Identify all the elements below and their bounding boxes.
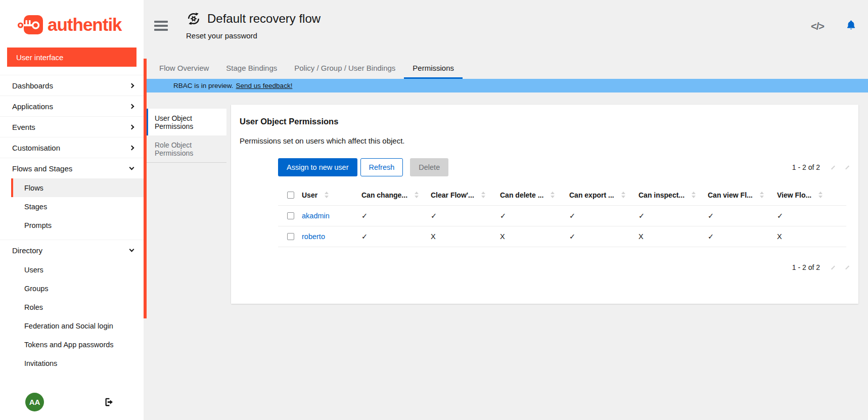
tab-stage-bindings[interactable]: Stage Bindings (217, 59, 286, 79)
page-subtitle: Reset your password (186, 31, 257, 40)
subtab-user-object-permissions[interactable]: User Object Permissions (147, 109, 226, 135)
feedback-link[interactable]: Send us feedback! (236, 82, 293, 89)
sidebar-item-label: Flows and Stages (12, 164, 72, 173)
subtab-role-object-permissions[interactable]: Role Object Permissions (147, 135, 226, 163)
column-header: Can delete ... (500, 191, 543, 199)
sidebar-item-flows-and-stages[interactable]: Flows and Stages (0, 158, 144, 178)
notifications-bell-icon[interactable] (845, 19, 857, 33)
sort-icon[interactable] (818, 192, 823, 198)
brand-logo[interactable]: authentik (0, 0, 144, 36)
permission-value: X (777, 232, 846, 241)
sidebar-item-label: Events (12, 123, 35, 131)
authentik-key-icon (17, 13, 44, 36)
permissions-card: User Object Permissions Permissions set … (231, 105, 858, 304)
sidebar-item-stages[interactable]: Stages (11, 197, 144, 216)
column-header: Can view Fl... (708, 191, 753, 199)
card-title: User Object Permissions (240, 117, 846, 126)
permission-value: ✓ (708, 212, 777, 220)
tab-policy-group-user-bindings[interactable]: Policy / Group / User Bindings (286, 59, 404, 79)
sidebar-item-events[interactable]: Events (0, 117, 144, 137)
permission-subtabs: User Object Permissions Role Object Perm… (147, 109, 226, 163)
sidebar-item-users[interactable]: Users (11, 260, 144, 279)
sort-icon[interactable] (415, 192, 419, 198)
banner-text: RBAC is in preview. (173, 82, 234, 89)
page-header: Default recovery flow Reset your passwor… (147, 0, 868, 59)
table-toolbar: Assign to new user Refresh Delete 1 - 2 … (278, 158, 846, 176)
sidebar-item-directory[interactable]: Directory (0, 240, 144, 260)
pagination-next-button[interactable] (833, 165, 846, 170)
assign-to-new-user-button[interactable]: Assign to new user (278, 158, 357, 176)
sidebar-nav: Dashboards Applications Events Customisa… (0, 75, 144, 378)
permission-value: ✓ (500, 212, 569, 220)
sidebar-item-invitations[interactable]: Invitations (11, 354, 144, 372)
user-link[interactable]: roberto (302, 232, 361, 241)
pagination-next-button[interactable] (833, 265, 846, 270)
permission-value: ✓ (569, 212, 638, 220)
main-area: Default recovery flow Reset your passwor… (147, 0, 868, 420)
sort-icon[interactable] (760, 192, 764, 198)
tab-permissions[interactable]: Permissions (404, 59, 463, 79)
sidebar-item-federation-social-login[interactable]: Federation and Social login (11, 316, 144, 335)
permission-value: ✓ (777, 212, 846, 220)
row-checkbox[interactable] (287, 212, 294, 219)
chevron-right-icon (845, 265, 849, 269)
sidebar-item-prompts[interactable]: Prompts (11, 216, 144, 235)
column-header: Can inspect... (638, 191, 684, 199)
sidebar-item-applications[interactable]: Applications (0, 96, 144, 116)
pagination-label: 1 - 2 of 2 (792, 263, 820, 271)
avatar[interactable]: AA (25, 393, 44, 411)
chevron-right-icon (129, 104, 134, 109)
row-checkbox[interactable] (287, 233, 294, 240)
chevron-down-icon (129, 165, 134, 170)
pagination-label: 1 - 2 of 2 (792, 163, 820, 171)
tab-flow-overview[interactable]: Flow Overview (151, 59, 217, 79)
column-header: Clear Flow'... (431, 191, 474, 199)
sort-icon[interactable] (621, 192, 625, 198)
permission-value: X (500, 232, 569, 241)
hamburger-menu-icon[interactable] (154, 21, 168, 33)
permission-value: ✓ (569, 232, 638, 241)
permission-value: X (638, 232, 708, 241)
sort-icon[interactable] (325, 192, 329, 198)
chevron-right-icon (129, 83, 134, 88)
chevron-right-icon (845, 165, 849, 169)
sort-icon[interactable] (551, 192, 555, 198)
sidebar-item-tokens-app-passwords[interactable]: Tokens and App passwords (11, 335, 144, 354)
logout-icon[interactable] (104, 397, 114, 409)
select-all-checkbox[interactable] (287, 192, 294, 199)
card-description: Permissions set on users which affect th… (240, 136, 846, 145)
sidebar-item-roles[interactable]: Roles (11, 298, 144, 316)
sidebar-item-user-interface[interactable]: User interface (7, 48, 136, 67)
pagination-bottom: 1 - 2 of 2 (792, 263, 846, 271)
pagination-prev-button[interactable] (820, 165, 833, 170)
refresh-button[interactable]: Refresh (360, 158, 403, 176)
content-area: User Object Permissions Role Object Perm… (147, 92, 868, 420)
table-row: akadmin ✓ ✓ ✓ ✓ ✓ ✓ ✓ (278, 206, 846, 226)
chevron-down-icon (129, 247, 134, 252)
sidebar-item-customisation[interactable]: Customisation (0, 137, 144, 158)
sidebar-user-row: AA (0, 393, 144, 413)
user-link[interactable]: akadmin (302, 212, 361, 220)
sidebar-accent-line (144, 59, 147, 318)
rbac-preview-banner: RBAC is in preview. Send us feedback! (147, 79, 868, 92)
page-title: Default recovery flow (207, 12, 321, 26)
pagination-top: 1 - 2 of 2 (792, 163, 846, 171)
api-code-icon[interactable]: </> (811, 21, 824, 32)
tab-bar: Flow Overview Stage Bindings Policy / Gr… (147, 59, 868, 79)
sort-icon[interactable] (481, 192, 485, 198)
sidebar-item-flows[interactable]: Flows (11, 178, 144, 197)
brand-wordmark: authentik (48, 15, 122, 35)
delete-button[interactable]: Delete (410, 158, 448, 176)
table-row: roberto ✓ X X ✓ X ✓ X (278, 226, 846, 247)
flow-icon (186, 11, 201, 26)
sidebar-item-groups[interactable]: Groups (11, 279, 144, 298)
pagination-prev-button[interactable] (820, 265, 833, 270)
column-header: Can export ... (569, 191, 614, 199)
sort-icon[interactable] (692, 192, 696, 198)
sidebar: authentik User interface Dashboards Appl… (0, 0, 144, 420)
sidebar-item-dashboards[interactable]: Dashboards (0, 75, 144, 96)
chevron-right-icon (129, 124, 134, 129)
permission-value: ✓ (708, 232, 777, 241)
sidebar-item-label: Applications (12, 102, 53, 111)
permissions-table: User Can change... Clear Flow'... Can de… (278, 184, 846, 247)
